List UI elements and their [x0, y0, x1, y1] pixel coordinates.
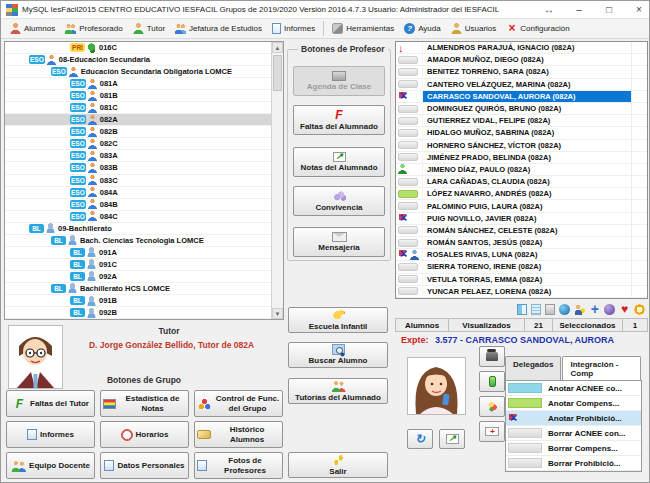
health-icon[interactable]: [619, 304, 630, 315]
tree-item[interactable]: BL 092A: [5, 271, 271, 283]
contact-button[interactable]: [479, 396, 505, 417]
maximize-button[interactable]: □: [602, 4, 616, 15]
group-button[interactable]: Estadística de Notas: [100, 390, 189, 417]
doc-blue-icon[interactable]: [517, 304, 527, 315]
tree-item[interactable]: ESO 084B: [5, 199, 271, 211]
menu-item[interactable]: Usuarios: [446, 21, 502, 36]
minimize-button[interactable]: –: [572, 4, 586, 15]
professor-button[interactable]: Agenda de Clase: [293, 66, 385, 96]
student-row[interactable]: ROSALES RIVAS, LUNA (082A): [396, 249, 647, 261]
tree-item[interactable]: ESO 08-Educación Secundaria: [5, 54, 271, 66]
photo-tool-button[interactable]: [439, 429, 465, 449]
tree-item[interactable]: ESO 081C: [5, 102, 271, 114]
student-row[interactable]: YUNCAR PELAEZ, LORENA (082A): [396, 286, 647, 298]
navigation-button[interactable]: Escuela Infantil: [288, 307, 388, 333]
navigation-button[interactable]: Tutorías del Alumnado: [288, 378, 388, 404]
contact-button[interactable]: [479, 371, 505, 392]
student-row[interactable]: SIERRA TORENO, IRENE (082A): [396, 261, 647, 273]
student-row[interactable]: BENITEZ TORRENO, SARA (082A): [396, 66, 647, 78]
action-row[interactable]: Anotar Prohibició...: [506, 411, 641, 426]
doc-pair-icon[interactable]: [531, 304, 541, 315]
action-row[interactable]: Anotar Compens...: [506, 396, 641, 411]
student-row[interactable]: PALOMINO PUIG, LAURA (082A): [396, 200, 647, 212]
scroll-down-icon[interactable]: ▼: [272, 308, 283, 319]
professor-button[interactable]: Convivencia: [293, 186, 385, 216]
scroll-up-icon[interactable]: ▲: [272, 42, 283, 53]
menu-item[interactable]: Tutor: [128, 21, 170, 36]
menu-item[interactable]: Alumnos: [5, 21, 60, 36]
navigation-button[interactable]: Buscar Alumno: [288, 342, 388, 368]
group-button[interactable]: Histórico Alumnos: [194, 421, 283, 448]
student-row[interactable]: PUIG NOVILLO, JAVIER (082A): [396, 213, 647, 225]
group-button[interactable]: Horarios: [100, 421, 189, 448]
scroll-thumb[interactable]: [273, 55, 282, 91]
navigation-button[interactable]: Salir: [288, 452, 388, 478]
tab[interactable]: Integración - Comp: [562, 356, 641, 380]
sphere-icon[interactable]: [604, 304, 615, 315]
student-row[interactable]: LARA CAÑADAS, CLAUDIA (082A): [396, 176, 647, 188]
fees-icon[interactable]: [574, 304, 585, 315]
action-row[interactable]: Borrar Compens...: [506, 441, 641, 456]
student-row[interactable]: HIDALGO MUÑOZ, SABRINA (082A): [396, 127, 647, 139]
student-row[interactable]: CARRASCO SANDOVAL, AURORA (082A): [396, 91, 647, 103]
tab[interactable]: Delegados: [505, 356, 561, 380]
tree-item[interactable]: BL 091B: [5, 295, 271, 307]
student-row[interactable]: HORNERO SÁNCHEZ, VÍCTOR (082A): [396, 140, 647, 152]
student-row[interactable]: DOMINGUEZ QUIRÓS, BRUNO (082A): [396, 103, 647, 115]
tree-item[interactable]: ESO 084A: [5, 187, 271, 199]
action-row[interactable]: Borrar Prohibició...: [506, 456, 641, 471]
student-row[interactable]: VETULA TORRAS, EMMA (082A): [396, 274, 647, 286]
student-row[interactable]: JIMÉNEZ PRADO, BELINDA (082A): [396, 152, 647, 164]
resize-button[interactable]: ↔: [542, 4, 556, 15]
group-button[interactable]: Informes: [6, 421, 95, 448]
menu-item[interactable]: Jefatura de Estudios: [170, 21, 267, 36]
menu-item[interactable]: Profesorado: [60, 21, 128, 36]
student-row[interactable]: ALMENDROS PARAJUÁ, IGNACIO (082A): [396, 42, 647, 54]
tree-item[interactable]: ESO 082C: [5, 138, 271, 150]
photo-tool-button[interactable]: [407, 429, 433, 449]
student-row[interactable]: GUTIERREZ VIDAL, FELIPE (082A): [396, 115, 647, 127]
tree-item[interactable]: ESO 084C: [5, 211, 271, 223]
tree-item[interactable]: ESO 082B: [5, 126, 271, 138]
tree-item[interactable]: BL Bachillerato HCS LOMCE: [5, 283, 271, 295]
doc-gray-icon[interactable]: [545, 304, 555, 315]
professor-button[interactable]: Faltas del Alumnado: [293, 105, 385, 135]
menu-item[interactable]: Ayuda: [399, 21, 446, 36]
tree-item[interactable]: BL 091C: [5, 259, 271, 271]
globe-icon[interactable]: [559, 304, 570, 315]
tree-item[interactable]: ESO 082A: [5, 114, 271, 126]
group-button[interactable]: Datos Personales: [100, 452, 189, 479]
group-button[interactable]: Control de Func. del Grupo: [194, 390, 283, 417]
menu-item[interactable]: Informes: [267, 21, 320, 36]
tree-item[interactable]: PRI 016C: [5, 42, 271, 54]
professor-button[interactable]: Notas del Alumnado: [293, 147, 385, 177]
student-row[interactable]: AMADOR MUÑOZ, DIEGO (082A): [396, 54, 647, 66]
tree-item[interactable]: BL 091A: [5, 247, 271, 259]
tree-item[interactable]: ESO 083C: [5, 175, 271, 187]
professor-button[interactable]: Mensajería: [293, 227, 385, 257]
tree-item[interactable]: ESO 083B: [5, 162, 271, 174]
plus-icon[interactable]: [589, 304, 600, 315]
tree-item[interactable]: ESO 083A: [5, 150, 271, 162]
student-row[interactable]: ROMÁN SÁNCHEZ, CELESTE (082A): [396, 225, 647, 237]
student-row[interactable]: LÓPEZ NAVARRO, ANDRÉS (082A): [396, 188, 647, 200]
menu-item[interactable]: Herramientas: [323, 21, 399, 36]
go-icon[interactable]: [634, 304, 645, 315]
action-row[interactable]: Borrar ACNEE con...: [506, 426, 641, 441]
action-row[interactable]: Anotar ACNEE co...: [506, 381, 641, 396]
close-button[interactable]: ×: [632, 4, 646, 15]
student-row[interactable]: CANTERO VELÁZQUEZ, MARINA (082A): [396, 79, 647, 91]
tree-item[interactable]: BL 092B: [5, 307, 271, 319]
group-button[interactable]: Equipo Docente: [6, 452, 95, 479]
tree-item[interactable]: ESO 081A: [5, 78, 271, 90]
contact-button[interactable]: [479, 421, 505, 442]
tree-item[interactable]: ESO Educación Secundaria Obligatoria LOM…: [5, 66, 271, 78]
tree-item[interactable]: ESO 081B: [5, 90, 271, 102]
group-button[interactable]: Faltas del Tutor: [6, 390, 95, 417]
tree-item[interactable]: BL Bach. Ciencias Tecnologia LOMCE: [5, 235, 271, 247]
group-button[interactable]: Fotos de Profesores: [194, 452, 283, 479]
student-row[interactable]: JIMENO DÍAZ, PAULO (082A): [396, 164, 647, 176]
contact-button[interactable]: [479, 346, 505, 367]
tree-item[interactable]: BL 09-Bachillerato: [5, 223, 271, 235]
student-row[interactable]: ROMÁN SANTOS, JESÚS (082A): [396, 237, 647, 249]
